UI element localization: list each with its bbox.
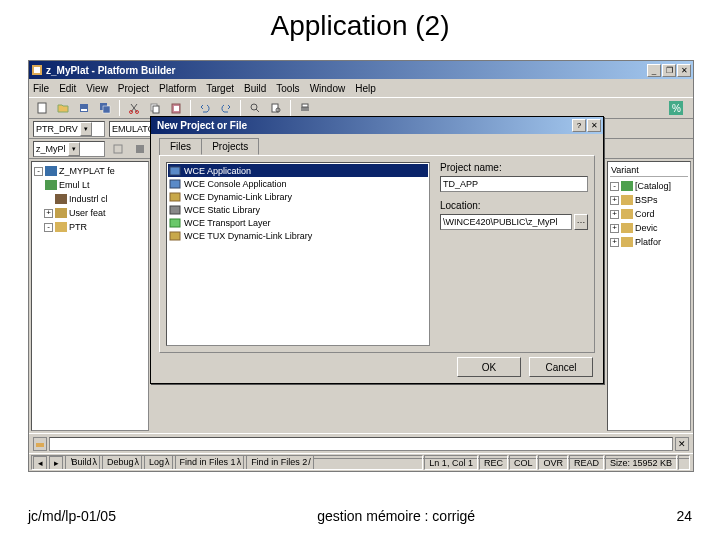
- tb-cut-icon[interactable]: [125, 99, 143, 117]
- tab-files[interactable]: Files: [159, 138, 202, 155]
- project-name-label: Project name:: [440, 162, 502, 173]
- left-tree[interactable]: -Z_MYPLAT feEmul LtIndustrl cl+User feat…: [31, 161, 149, 431]
- list-item[interactable]: WCE Dynamic-Link Library: [168, 190, 428, 203]
- list-item[interactable]: WCE Transport Layer: [168, 216, 428, 229]
- maximize-button[interactable]: ❐: [662, 64, 676, 77]
- svg-rect-26: [136, 145, 144, 153]
- project-type-icon: [169, 166, 181, 176]
- list-item[interactable]: WCE TUX Dynamic-Link Library: [168, 229, 428, 242]
- menubar: File Edit View Project Platform Target B…: [29, 79, 693, 97]
- list-item[interactable]: WCE Console Application: [168, 177, 428, 190]
- chevron-down-icon[interactable]: ▾: [80, 122, 92, 136]
- menu-build[interactable]: Build: [244, 83, 266, 94]
- svg-rect-42: [170, 219, 180, 227]
- browse-button[interactable]: …: [574, 214, 588, 230]
- catalog-item[interactable]: +BSPs: [610, 193, 688, 207]
- menu-platform[interactable]: Platform: [159, 83, 196, 94]
- svg-rect-2: [38, 103, 46, 113]
- tb-findfiles-icon[interactable]: [267, 99, 285, 117]
- footer-left: jc/md/lp-01/05: [28, 508, 116, 524]
- statusbar: Ln 1, Col 1 REC COL OVR READ Size: 15952…: [29, 453, 693, 471]
- tb-redo-icon[interactable]: [217, 99, 235, 117]
- tb-new-icon[interactable]: [33, 99, 51, 117]
- svg-rect-1: [34, 67, 40, 73]
- status-size: Size: 15952 KB: [605, 455, 677, 470]
- svg-rect-29: [55, 194, 67, 204]
- svg-rect-35: [621, 223, 633, 233]
- tb-find-icon[interactable]: [246, 99, 264, 117]
- menu-view[interactable]: View: [86, 83, 108, 94]
- chevron-down-icon[interactable]: ▾: [68, 142, 80, 156]
- tb-saveall-icon[interactable]: [96, 99, 114, 117]
- tree-item[interactable]: Emul Lt: [34, 178, 146, 192]
- svg-rect-40: [170, 193, 180, 201]
- tree-item[interactable]: -Z_MYPLAT fe: [34, 164, 146, 178]
- svg-rect-37: [36, 443, 44, 447]
- project-type-icon: [169, 192, 181, 202]
- location-input[interactable]: [440, 214, 572, 230]
- menu-tools[interactable]: Tools: [276, 83, 299, 94]
- svg-rect-10: [153, 106, 159, 113]
- footer-center: gestion mémoire : corrigé: [317, 508, 475, 524]
- status-empty: [31, 455, 423, 470]
- svg-rect-30: [55, 208, 67, 218]
- output-handle-icon[interactable]: [33, 437, 47, 451]
- menu-target[interactable]: Target: [206, 83, 234, 94]
- tree-item[interactable]: -PTR: [34, 220, 146, 234]
- catalog-item[interactable]: +Cord: [610, 207, 688, 221]
- svg-rect-43: [170, 232, 180, 240]
- app-icon: [31, 64, 43, 76]
- menu-project[interactable]: Project: [118, 83, 149, 94]
- catalog-item[interactable]: -[Catalog]: [610, 179, 688, 193]
- tb-save-icon[interactable]: [75, 99, 93, 117]
- combo-workspace[interactable]: z_MyPl ▾: [33, 141, 105, 157]
- minimize-button[interactable]: _: [647, 64, 661, 77]
- status-grip-icon: [678, 455, 690, 470]
- dlg-help-button[interactable]: ?: [572, 119, 586, 132]
- tb-open-icon[interactable]: [54, 99, 72, 117]
- svg-rect-4: [81, 109, 87, 111]
- menu-window[interactable]: Window: [310, 83, 346, 94]
- project-type-icon: [169, 231, 181, 241]
- tree-item[interactable]: Industrl cl: [34, 192, 146, 206]
- tb-paste-icon[interactable]: [167, 99, 185, 117]
- right-catalog[interactable]: Variant-[Catalog]+BSPs+Cord+Devic+Platfo…: [607, 161, 691, 431]
- svg-rect-33: [621, 195, 633, 205]
- projects-tabpanel: WCE ApplicationWCE Console ApplicationWC…: [159, 155, 595, 353]
- status-lncol: Ln 1, Col 1: [424, 455, 478, 470]
- status-read: READ: [569, 455, 604, 470]
- menu-help[interactable]: Help: [355, 83, 376, 94]
- svg-rect-31: [55, 222, 67, 232]
- svg-text:%: %: [672, 103, 681, 114]
- svg-rect-6: [103, 106, 110, 113]
- close-button[interactable]: ✕: [677, 64, 691, 77]
- ok-button[interactable]: OK: [457, 357, 521, 377]
- dlg-close-button[interactable]: ✕: [587, 119, 601, 132]
- main-title: z_MyPlat - Platform Builder: [46, 65, 646, 76]
- svg-rect-12: [174, 106, 179, 111]
- combo-ptr[interactable]: PTR_DRV ▾: [33, 121, 105, 137]
- project-name-input[interactable]: [440, 176, 588, 192]
- variant-header: Variant: [610, 164, 688, 177]
- tb-help-icon[interactable]: %: [667, 99, 685, 117]
- catalog-item[interactable]: +Devic: [610, 221, 688, 235]
- new-project-dialog: New Project or File ? ✕ Files Projects W…: [150, 116, 604, 384]
- slide-title: Application (2): [0, 0, 720, 56]
- tb-ws1-icon[interactable]: [109, 140, 127, 158]
- tree-item[interactable]: +User feat: [34, 206, 146, 220]
- tb-print-icon[interactable]: [296, 99, 314, 117]
- menu-file[interactable]: File: [33, 83, 49, 94]
- tab-projects[interactable]: Projects: [201, 138, 259, 155]
- tb-ws2-icon[interactable]: [131, 140, 149, 158]
- tb-undo-icon[interactable]: [196, 99, 214, 117]
- svg-rect-36: [621, 237, 633, 247]
- menu-edit[interactable]: Edit: [59, 83, 76, 94]
- tb-copy-icon[interactable]: [146, 99, 164, 117]
- svg-rect-25: [114, 145, 122, 153]
- list-item[interactable]: WCE Static Library: [168, 203, 428, 216]
- catalog-item[interactable]: +Platfor: [610, 235, 688, 249]
- cancel-button[interactable]: Cancel: [529, 357, 593, 377]
- output-close-icon[interactable]: ✕: [675, 437, 689, 451]
- project-type-list[interactable]: WCE ApplicationWCE Console ApplicationWC…: [166, 162, 430, 346]
- list-item[interactable]: WCE Application: [168, 164, 428, 177]
